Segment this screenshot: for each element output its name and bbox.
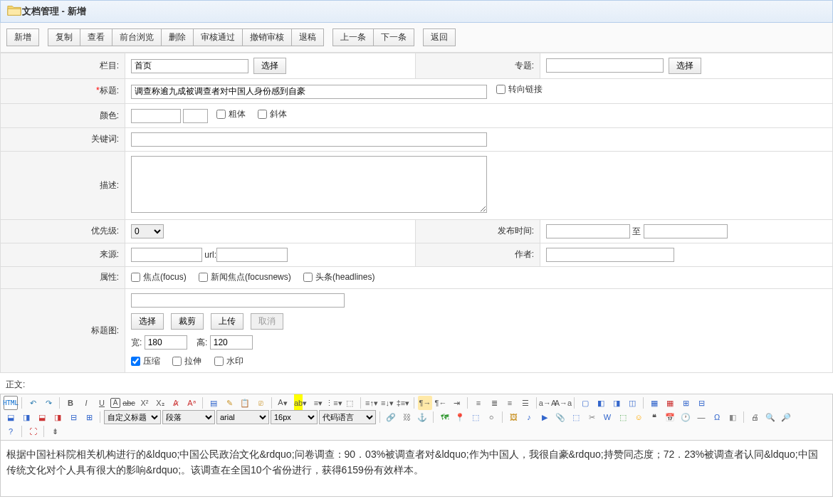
delete-button[interactable]: 删除 xyxy=(162,28,194,46)
insertimage-icon[interactable]: 🖼 xyxy=(506,410,520,424)
superscript-icon[interactable]: X² xyxy=(137,396,152,410)
pagebreak-icon[interactable]: ⇟ xyxy=(48,424,62,439)
titleimg-path-input[interactable] xyxy=(131,293,345,308)
unlink-icon[interactable]: ⛓ xyxy=(399,410,414,424)
webapp-icon[interactable]: ⬚ xyxy=(569,410,583,424)
back-button[interactable]: 返回 xyxy=(423,28,456,46)
scrawl-icon[interactable]: ⬚ xyxy=(616,410,630,424)
fontfamily-select[interactable]: arial xyxy=(216,410,269,424)
new-button[interactable]: 新增 xyxy=(6,28,39,46)
spechars-icon[interactable]: Ω xyxy=(710,410,724,424)
titleimg-width-input[interactable] xyxy=(145,335,187,350)
keyword-input[interactable] xyxy=(131,132,487,147)
fontsize-select[interactable]: 16px xyxy=(271,410,318,424)
pubtime-to-input[interactable] xyxy=(644,224,728,238)
next-button[interactable]: 下一条 xyxy=(374,28,414,46)
reject-button[interactable]: 退稿 xyxy=(292,28,324,46)
titleimg-cancel-button[interactable]: 取消 xyxy=(251,313,283,330)
justifyright-icon[interactable]: ≡ xyxy=(503,396,517,410)
desc-textarea[interactable] xyxy=(131,156,487,213)
deleterow-icon[interactable]: ⬓ xyxy=(35,410,49,424)
insertrow-icon[interactable]: ⬓ xyxy=(4,410,18,424)
help-icon[interactable]: ? xyxy=(4,424,18,439)
removeformat-icon[interactable]: A̷ xyxy=(169,396,183,410)
horizontal-icon[interactable]: — xyxy=(694,410,708,424)
preview-button[interactable]: 前台浏览 xyxy=(112,28,162,46)
titleimg-compress-checkbox[interactable] xyxy=(131,357,140,366)
highlightcode-icon[interactable]: ○ xyxy=(484,410,498,424)
rowspacingbottom-icon[interactable]: ≡↓▾ xyxy=(380,396,394,410)
codelanguage-select[interactable]: 代码语言 xyxy=(319,410,376,424)
insertunorderedlist-icon[interactable]: ⋮≡▾ xyxy=(327,396,341,410)
html-source-button[interactable]: HTML xyxy=(4,396,18,410)
deletetable-icon[interactable]: ▦ xyxy=(663,396,677,410)
redo-icon[interactable]: ↷ xyxy=(41,396,56,410)
print-icon[interactable]: 🖨 xyxy=(748,410,762,424)
touppercase-icon[interactable]: a→A xyxy=(540,396,555,410)
attr-headlines-checkbox[interactable] xyxy=(303,273,313,282)
color-input-1[interactable] xyxy=(131,109,181,123)
music-icon[interactable]: ♪ xyxy=(522,410,536,424)
subscript-icon[interactable]: X₂ xyxy=(153,396,167,410)
splittocols-icon[interactable]: ⊞ xyxy=(82,410,96,424)
titleimg-select-button[interactable]: 选择 xyxy=(131,313,164,330)
underline-icon[interactable]: U xyxy=(95,396,109,410)
titleimg-height-input[interactable] xyxy=(210,335,253,350)
editor-content[interactable]: 根据中国社科院相关机构进行的&ldquo;中国公民政治文化&rdquo;问卷调查… xyxy=(0,440,833,497)
attr-focusnews-checkbox[interactable] xyxy=(199,273,208,282)
copy-button[interactable]: 复制 xyxy=(48,28,80,46)
quotes-icon[interactable]: ❝ xyxy=(647,410,661,424)
insertcol-icon[interactable]: ◨ xyxy=(19,410,33,424)
snapscreen-icon[interactable]: ✂ xyxy=(585,410,599,424)
paragraph-select[interactable]: 段落 xyxy=(162,410,215,424)
titleimg-watermark-checkbox[interactable] xyxy=(214,357,224,366)
formatmatch-icon[interactable]: Aᵃ xyxy=(184,396,199,410)
source-url-input[interactable] xyxy=(216,248,288,262)
rowspacingtop-icon[interactable]: ≡↑▾ xyxy=(365,396,379,410)
emotion-icon[interactable]: ☺ xyxy=(632,410,646,424)
tolowercase-icon[interactable]: A→a xyxy=(556,396,570,410)
approve-button[interactable]: 审核通过 xyxy=(194,28,243,46)
undo-icon[interactable]: ↶ xyxy=(26,396,40,410)
date-icon[interactable]: 📅 xyxy=(663,410,677,424)
preview-icon[interactable]: 🔍 xyxy=(763,410,777,424)
insertorderedlist-icon[interactable]: ≡▾ xyxy=(311,396,325,410)
directionalityrtl-icon[interactable]: ¶← xyxy=(434,396,448,410)
topic-input[interactable] xyxy=(546,58,664,73)
anchor-icon[interactable]: ⚓ xyxy=(415,410,429,424)
imageright-icon[interactable]: ◨ xyxy=(609,396,624,410)
fontborder-icon[interactable]: A xyxy=(110,398,120,408)
gmap-icon[interactable]: 📍 xyxy=(453,410,467,424)
view-button[interactable]: 查看 xyxy=(80,28,112,46)
imagenone-icon[interactable]: ▢ xyxy=(578,396,592,410)
attr-focus-checkbox[interactable] xyxy=(131,273,140,282)
titleimg-crop-button[interactable]: 裁剪 xyxy=(171,313,204,330)
fullscreen-icon[interactable]: ⛶ xyxy=(26,424,40,439)
selectall-icon[interactable]: ⬚ xyxy=(342,396,357,410)
deletecol-icon[interactable]: ◨ xyxy=(51,410,65,424)
background-icon[interactable]: ◧ xyxy=(725,410,740,424)
priority-select[interactable]: 0 xyxy=(131,224,164,238)
column-input[interactable] xyxy=(131,59,248,73)
backcolor-icon[interactable]: ab▾ xyxy=(291,396,310,410)
italic-icon[interactable]: I xyxy=(79,396,93,410)
autotypeset-icon[interactable]: ▤ xyxy=(206,396,221,410)
title-input[interactable] xyxy=(131,85,487,99)
attachment-icon[interactable]: 📎 xyxy=(553,410,567,424)
color-input-2[interactable] xyxy=(183,109,208,123)
pasteplain-icon[interactable]: 📋 xyxy=(238,396,252,410)
bold-checkbox[interactable] xyxy=(216,110,226,119)
author-input[interactable] xyxy=(546,248,674,262)
strikethrough-icon[interactable]: abc xyxy=(122,396,136,410)
cleardoc-icon[interactable]: ⎚ xyxy=(253,396,268,410)
searchreplace-icon[interactable]: 🔎 xyxy=(779,410,793,424)
customstyle-select[interactable]: 自定义标题 xyxy=(104,410,161,424)
imageleft-icon[interactable]: ◧ xyxy=(594,396,608,410)
inserttable-icon[interactable]: ▦ xyxy=(647,396,661,410)
redirect-checkbox[interactable] xyxy=(496,85,505,94)
bold-icon[interactable]: B xyxy=(63,396,78,410)
indent-icon[interactable]: ⇥ xyxy=(449,396,463,410)
wordimage-icon[interactable]: W xyxy=(600,410,614,424)
topic-select-button[interactable]: 选择 xyxy=(669,58,701,74)
lineheight-icon[interactable]: ‡≡▾ xyxy=(396,396,410,410)
